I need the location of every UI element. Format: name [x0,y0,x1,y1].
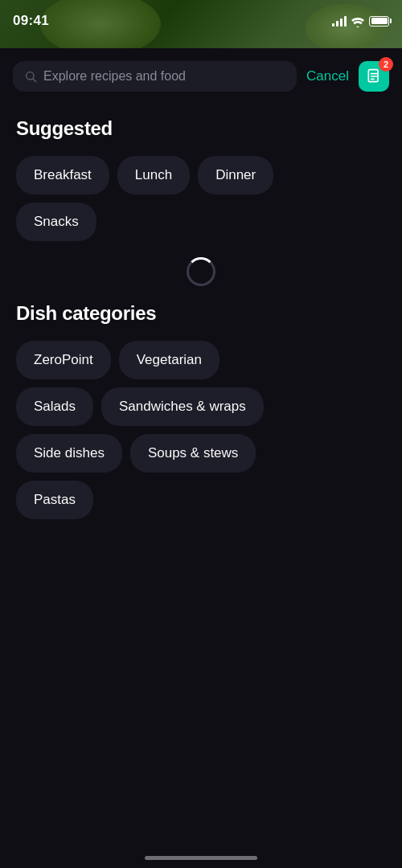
dish-pills-row-3: Side dishes Soups & stews [16,434,386,473]
pill-lunch[interactable]: Lunch [117,156,190,194]
dish-pills-row-1: ZeroPoint Vegetarian [16,341,386,379]
dish-categories-title: Dish categories [16,302,386,325]
pill-sandwiches[interactable]: Sandwiches & wraps [101,387,264,426]
search-input[interactable]: Explore recipes and food [43,69,285,84]
svg-line-1 [33,79,36,82]
notes-badge: 2 [379,57,393,72]
dish-pills-row-4: Pastas [16,481,386,519]
battery-icon [369,16,389,27]
suggested-pills-row: Breakfast Lunch Dinner [16,156,386,194]
main-content: Suggested Breakfast Lunch Dinner Snacks … [0,104,402,559]
pill-pastas[interactable]: Pastas [16,481,93,519]
pill-snacks[interactable]: Snacks [16,203,96,241]
pill-dinner[interactable]: Dinner [198,156,273,194]
dish-categories-section: Dish categories ZeroPoint Vegetarian Sal… [16,302,386,519]
cancel-button[interactable]: Cancel [306,68,349,84]
notes-icon [366,68,382,84]
pill-salads[interactable]: Salads [16,387,93,426]
search-input-wrapper[interactable]: Explore recipes and food [13,61,297,92]
suggested-title: Suggested [16,117,386,140]
loading-spinner-container [16,249,386,302]
pill-zeropoint[interactable]: ZeroPoint [16,341,111,379]
wifi-icon [351,16,364,26]
suggested-pills-row-2: Snacks [16,203,386,241]
dish-pills-row-2: Salads Sandwiches & wraps [16,387,386,426]
search-area: Explore recipes and food Cancel 2 [0,48,402,104]
status-bar: 09:41 [0,0,402,35]
notes-button[interactable]: 2 [359,61,389,92]
pill-breakfast[interactable]: Breakfast [16,156,109,194]
pill-soups-stews[interactable]: Soups & stews [130,434,256,473]
pill-side-dishes[interactable]: Side dishes [16,434,122,473]
loading-spinner [187,257,215,286]
status-time: 09:41 [13,13,49,29]
pill-vegetarian[interactable]: Vegetarian [119,341,219,379]
status-icons [332,15,389,27]
search-icon [24,70,37,83]
suggested-section: Suggested Breakfast Lunch Dinner Snacks [16,117,386,241]
svg-rect-2 [368,70,378,82]
signal-icon [332,15,347,27]
home-indicator [145,856,257,860]
